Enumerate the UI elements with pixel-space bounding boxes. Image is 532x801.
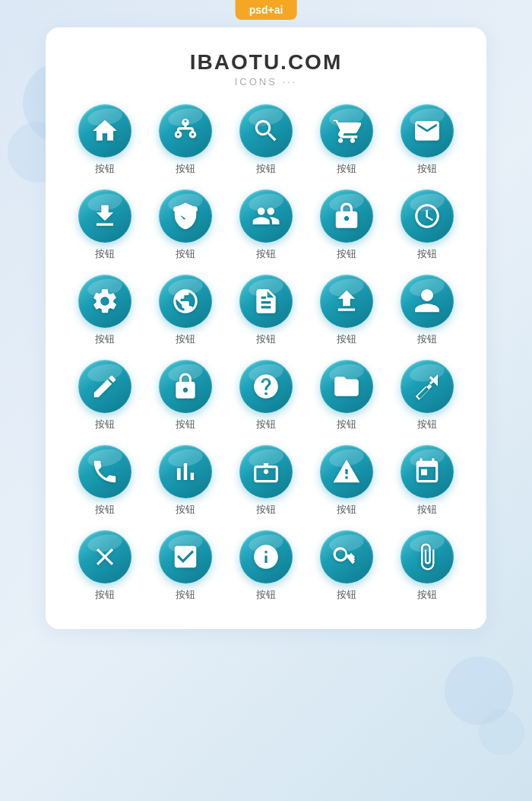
- icon-item-1: 按钮: [149, 104, 222, 176]
- icon-item-4: 按钮: [391, 104, 464, 176]
- folder-icon[interactable]: [320, 360, 373, 413]
- icon-item-12: 按钮: [230, 275, 302, 346]
- icon-label-8: 按钮: [337, 247, 356, 261]
- icon-label-7: 按钮: [256, 247, 276, 261]
- globe-icon[interactable]: [159, 275, 212, 328]
- icon-label-13: 按钮: [337, 332, 356, 346]
- key-icon[interactable]: [320, 530, 373, 583]
- icon-label-16: 按钮: [176, 418, 195, 431]
- icon-label-19: 按钮: [417, 418, 437, 431]
- paperclip-icon[interactable]: [401, 530, 454, 583]
- icon-item-9: 按钮: [391, 189, 464, 261]
- icon-item-24: 按钮: [391, 445, 464, 517]
- network-icon[interactable]: [159, 104, 212, 157]
- icons-grid: 按钮按钮按钮按钮按钮按钮按钮按钮按钮按钮按钮按钮按钮按钮按钮按钮按钮按钮按钮按钮…: [68, 104, 464, 602]
- chart-icon[interactable]: [159, 445, 212, 498]
- unlock-icon[interactable]: [320, 189, 373, 243]
- icon-label-2: 按钮: [256, 162, 276, 176]
- format-badge: psd+ai: [236, 0, 297, 20]
- settings-icon[interactable]: [78, 275, 131, 328]
- lock-icon[interactable]: [159, 360, 212, 413]
- main-card: IBAOTU.COM ICONS ··· 按钮按钮按钮按钮按钮按钮按钮按钮按钮按…: [46, 27, 486, 629]
- icon-item-11: 按钮: [149, 275, 222, 346]
- icon-label-29: 按钮: [417, 588, 437, 602]
- site-subtitle: ICONS ···: [68, 76, 464, 87]
- icon-item-0: 按钮: [68, 104, 141, 176]
- icon-item-15: 按钮: [68, 360, 141, 431]
- upload-icon[interactable]: [320, 275, 373, 328]
- icon-label-15: 按钮: [95, 418, 115, 431]
- icon-item-3: 按钮: [310, 104, 383, 176]
- icon-item-29: 按钮: [391, 530, 464, 602]
- icon-label-24: 按钮: [417, 503, 437, 517]
- mail-icon[interactable]: [401, 104, 454, 157]
- icon-label-18: 按钮: [337, 418, 356, 431]
- icon-label-27: 按钮: [256, 588, 276, 602]
- icon-item-16: 按钮: [149, 360, 222, 431]
- icon-label-9: 按钮: [417, 247, 437, 261]
- icon-label-22: 按钮: [256, 503, 276, 517]
- icon-item-2: 按钮: [230, 104, 302, 176]
- icon-item-23: 按钮: [310, 445, 383, 517]
- icon-label-21: 按钮: [176, 503, 195, 517]
- icon-item-18: 按钮: [310, 360, 383, 431]
- icon-item-20: 按钮: [68, 445, 141, 517]
- search-icon[interactable]: [239, 104, 293, 157]
- phone-icon[interactable]: [78, 445, 131, 498]
- icon-item-10: 按钮: [68, 275, 141, 346]
- close-icon[interactable]: [78, 530, 131, 583]
- bg-decoration-4: [479, 710, 524, 755]
- cart-icon[interactable]: [320, 104, 373, 157]
- icon-label-14: 按钮: [417, 332, 437, 346]
- clock-icon[interactable]: [401, 189, 454, 243]
- icon-label-11: 按钮: [176, 332, 195, 346]
- icon-item-5: 按钮: [68, 189, 141, 261]
- briefcase-icon[interactable]: [239, 445, 293, 498]
- tools-icon[interactable]: [401, 360, 454, 413]
- icon-label-3: 按钮: [337, 162, 356, 176]
- checklist-icon[interactable]: [159, 530, 212, 583]
- info-icon[interactable]: [239, 530, 293, 583]
- icon-item-19: 按钮: [391, 360, 464, 431]
- download-icon[interactable]: [78, 189, 131, 243]
- icon-item-28: 按钮: [310, 530, 383, 602]
- open-mail-icon[interactable]: [159, 189, 212, 243]
- edit-icon[interactable]: [78, 360, 131, 413]
- icon-label-4: 按钮: [417, 162, 437, 176]
- home-icon[interactable]: [78, 104, 131, 157]
- icon-item-8: 按钮: [310, 189, 383, 261]
- icon-item-26: 按钮: [149, 530, 222, 602]
- icon-label-10: 按钮: [95, 332, 115, 346]
- icon-label-23: 按钮: [337, 503, 356, 517]
- icon-item-25: 按钮: [68, 530, 141, 602]
- site-title: IBAOTU.COM: [68, 50, 464, 75]
- icon-item-7: 按钮: [230, 189, 302, 261]
- icon-label-17: 按钮: [256, 418, 276, 431]
- icon-label-0: 按钮: [95, 162, 115, 176]
- question-icon[interactable]: [239, 360, 293, 413]
- calendar-icon[interactable]: [401, 445, 454, 498]
- icon-label-1: 按钮: [176, 162, 195, 176]
- icon-label-26: 按钮: [176, 588, 195, 602]
- icon-label-20: 按钮: [95, 503, 115, 517]
- icon-item-27: 按钮: [230, 530, 302, 602]
- person-icon[interactable]: [401, 275, 454, 328]
- icon-item-17: 按钮: [230, 360, 302, 431]
- icon-item-21: 按钮: [149, 445, 222, 517]
- icon-item-22: 按钮: [230, 445, 302, 517]
- warning-icon[interactable]: [320, 445, 373, 498]
- icon-label-28: 按钮: [337, 588, 356, 602]
- users-icon[interactable]: [239, 189, 293, 243]
- document-icon[interactable]: [239, 275, 293, 328]
- icon-item-14: 按钮: [391, 275, 464, 346]
- icon-label-12: 按钮: [256, 332, 276, 346]
- icon-item-13: 按钮: [310, 275, 383, 346]
- icon-label-5: 按钮: [95, 247, 115, 261]
- icon-label-25: 按钮: [95, 588, 115, 602]
- icon-label-6: 按钮: [176, 247, 195, 261]
- icon-item-6: 按钮: [149, 189, 222, 261]
